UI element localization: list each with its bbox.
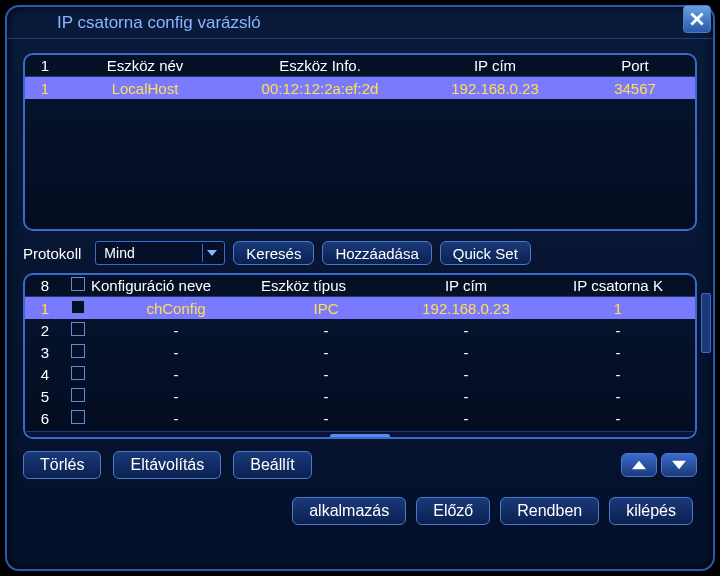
col-cfg-index: 8 <box>25 277 65 294</box>
config-row[interactable]: 4---- <box>25 363 695 385</box>
device-list-panel: 1 Eszköz név Eszköz Info. IP cím Port 1 … <box>23 53 697 231</box>
cell-cfg-type: - <box>261 410 391 427</box>
content: 1 Eszköz név Eszköz Info. IP cím Port 1 … <box>7 39 713 537</box>
config-row[interactable]: 1chConfigIPC192.168.0.231 <box>25 297 695 319</box>
window-title: IP csatorna config varázsló <box>57 13 261 33</box>
header-checkbox[interactable] <box>71 277 85 291</box>
col-cfg-check <box>65 277 91 294</box>
cell-cfg-name: chConfig <box>91 300 261 317</box>
row-checkbox[interactable] <box>71 322 85 336</box>
cell-cfg-ch: - <box>541 366 695 383</box>
cell-check <box>65 410 91 427</box>
cell-cfg-ip: - <box>391 388 541 405</box>
cell-idx: 2 <box>25 322 65 339</box>
close-button[interactable] <box>683 5 711 33</box>
config-list-panel: 8 Konfiguráció neve Eszköz típus IP cím … <box>23 273 697 439</box>
cell-check <box>65 300 91 317</box>
col-index: 1 <box>25 57 65 74</box>
cell-idx: 6 <box>25 410 65 427</box>
protocol-row: Protokoll Mind Keresés Hozzáadása Quick … <box>23 241 697 265</box>
cell-cfg-ip: - <box>391 344 541 361</box>
cell-check <box>65 388 91 405</box>
search-button[interactable]: Keresés <box>233 241 314 265</box>
cell-cfg-name: - <box>91 388 261 405</box>
cell-cfg-ch: 1 <box>541 300 695 317</box>
cell-port: 34567 <box>575 80 695 97</box>
reorder-buttons <box>621 453 697 477</box>
cell-ip: 192.168.0.23 <box>415 80 575 97</box>
config-row[interactable]: 5---- <box>25 385 695 407</box>
device-row[interactable]: 1 LocalHost 00:12:12:2a:ef:2d 192.168.0.… <box>25 77 695 99</box>
config-row[interactable]: 2---- <box>25 319 695 341</box>
footer: alkalmazás Előző Rendben kilépés <box>23 497 697 525</box>
cell-idx: 3 <box>25 344 65 361</box>
col-device-info: Eszköz Info. <box>225 57 415 74</box>
wizard-window: IP csatorna config varázsló 1 Eszköz név… <box>5 5 715 571</box>
chevron-up-icon <box>632 460 646 470</box>
quickset-button[interactable]: Quick Set <box>440 241 531 265</box>
exit-button[interactable]: kilépés <box>609 497 693 525</box>
cell-index: 1 <box>25 80 65 97</box>
cell-check <box>65 366 91 383</box>
titlebar: IP csatorna config varázsló <box>7 7 713 39</box>
row-checkbox[interactable] <box>71 410 85 424</box>
apply-button[interactable]: alkalmazás <box>292 497 406 525</box>
cell-name: LocalHost <box>65 80 225 97</box>
col-device-name: Eszköz név <box>65 57 225 74</box>
prev-button[interactable]: Előző <box>416 497 490 525</box>
cell-cfg-ch: - <box>541 388 695 405</box>
col-cfg-name: Konfiguráció neve <box>91 277 261 294</box>
move-up-button[interactable] <box>621 453 657 477</box>
chevron-down-icon <box>202 244 220 262</box>
cell-idx: 5 <box>25 388 65 405</box>
col-cfg-type: Eszköz típus <box>261 277 391 294</box>
close-icon <box>690 12 704 26</box>
col-ip: IP cím <box>415 57 575 74</box>
protocol-label: Protokoll <box>23 245 81 262</box>
col-cfg-ip: IP cím <box>391 277 541 294</box>
cell-info: 00:12:12:2a:ef:2d <box>225 80 415 97</box>
cell-cfg-ip: 192.168.0.23 <box>391 300 541 317</box>
protocol-select[interactable]: Mind <box>95 241 225 265</box>
action-row: Törlés Eltávolítás Beállít <box>23 451 697 479</box>
ok-button[interactable]: Rendben <box>500 497 599 525</box>
device-list-header: 1 Eszköz név Eszköz Info. IP cím Port <box>25 55 695 77</box>
cell-cfg-type: - <box>261 388 391 405</box>
set-button[interactable]: Beállít <box>233 451 311 479</box>
protocol-value: Mind <box>104 245 134 261</box>
cell-cfg-ip: - <box>391 410 541 427</box>
chevron-down-icon <box>672 460 686 470</box>
cell-idx: 4 <box>25 366 65 383</box>
vertical-scrollbar[interactable] <box>701 293 711 353</box>
cell-cfg-name: - <box>91 410 261 427</box>
delete-button[interactable]: Törlés <box>23 451 101 479</box>
cell-cfg-ch: - <box>541 344 695 361</box>
cell-check <box>65 322 91 339</box>
row-checkbox[interactable] <box>71 366 85 380</box>
cell-cfg-ip: - <box>391 322 541 339</box>
cell-cfg-name: - <box>91 322 261 339</box>
remove-button[interactable]: Eltávolítás <box>113 451 221 479</box>
cell-cfg-type: - <box>261 366 391 383</box>
cell-cfg-ip: - <box>391 366 541 383</box>
config-row[interactable]: 3---- <box>25 341 695 363</box>
cell-cfg-type: - <box>261 322 391 339</box>
config-list-header: 8 Konfiguráció neve Eszköz típus IP cím … <box>25 275 695 297</box>
config-row[interactable]: 6---- <box>25 407 695 429</box>
cell-cfg-name: - <box>91 366 261 383</box>
cell-cfg-type: IPC <box>261 300 391 317</box>
cell-check <box>65 344 91 361</box>
move-down-button[interactable] <box>661 453 697 477</box>
row-checkbox[interactable] <box>71 300 85 314</box>
row-checkbox[interactable] <box>71 344 85 358</box>
row-checkbox[interactable] <box>71 388 85 402</box>
cell-cfg-name: - <box>91 344 261 361</box>
cell-cfg-type: - <box>261 344 391 361</box>
col-port: Port <box>575 57 695 74</box>
horizontal-scrollbar[interactable] <box>25 431 695 439</box>
col-cfg-channel: IP csatorna K <box>541 277 695 294</box>
cell-cfg-ch: - <box>541 410 695 427</box>
cell-cfg-ch: - <box>541 322 695 339</box>
add-button[interactable]: Hozzáadása <box>322 241 431 265</box>
cell-idx: 1 <box>25 300 65 317</box>
